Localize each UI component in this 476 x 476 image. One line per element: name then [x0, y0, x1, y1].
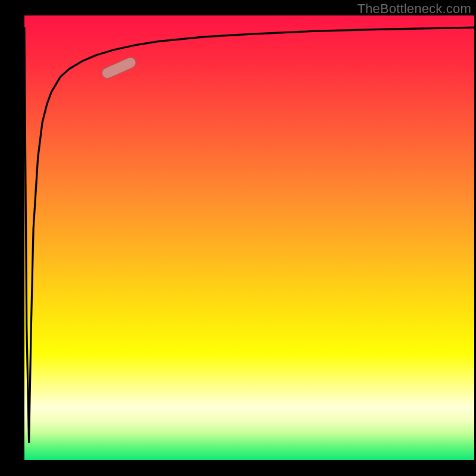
watermark-text: TheBottleneck.com [357, 1, 471, 17]
plot-area [24, 15, 474, 460]
chart-frame: TheBottleneck.com [0, 0, 476, 476]
